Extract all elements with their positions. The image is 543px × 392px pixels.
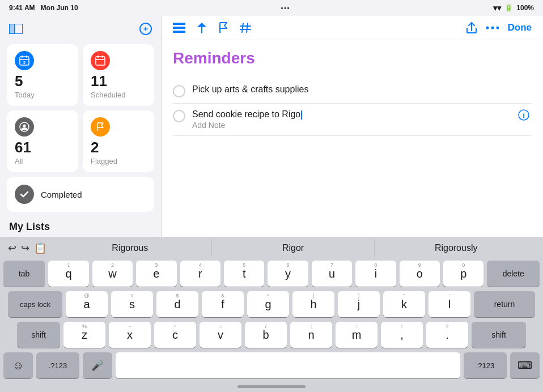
numbers-left-key[interactable]: .?123 [36,352,79,378]
redo-button[interactable]: ↪ [19,241,32,255]
sidebar-header: + [7,20,154,40]
key-y[interactable]: 6y [268,261,308,287]
key-p[interactable]: 0p [443,261,483,287]
key-b[interactable]: /b [245,322,287,348]
smart-list-flagged[interactable]: 2 Flagged [83,110,154,172]
flagged-icon [91,117,110,137]
return-key[interactable]: return [474,291,535,317]
key-a[interactable]: @a [66,291,108,317]
key-t[interactable]: 5t [224,261,264,287]
key-w[interactable]: 2w [92,261,133,287]
today-label: Today [15,91,70,99]
reminder-info-button-2[interactable]: i [516,109,532,123]
delete-key[interactable]: delete [487,261,540,287]
microphone-key[interactable]: 🎤 [83,352,112,378]
emoji-key[interactable]: ☺ [3,352,33,378]
key-g[interactable]: *g [247,291,289,317]
sidebar-toggle-button[interactable] [9,24,23,34]
reminders-title: Reminders [173,49,532,67]
done-button[interactable]: Done [508,22,532,33]
scheduled-label: Scheduled [91,91,146,99]
completed-label: Completed [41,190,82,199]
home-indicator [0,381,543,392]
caps-lock-key[interactable]: caps lock [8,291,62,317]
key-z[interactable]: %z [63,322,105,348]
key-l[interactable]: 'l [429,291,470,317]
all-label: All [15,157,70,165]
key-i[interactable]: 8i [355,261,396,287]
svg-rect-10 [96,57,105,65]
shift-left-key[interactable]: shift [17,322,60,348]
all-count: 61 [15,140,70,155]
key-v[interactable]: =v [200,322,241,348]
numbers-right-key[interactable]: .?123 [464,352,507,378]
svg-text:5: 5 [23,61,26,65]
battery-icon: 🔋 [504,4,513,12]
more-icon-button[interactable] [486,26,499,29]
today-icon: 5 [15,51,34,70]
key-h[interactable]: (h [292,291,334,317]
shift-right-key[interactable]: shift [472,322,526,348]
key-o[interactable]: 9o [400,261,440,287]
hide-keyboard-key[interactable]: ⌨ [510,352,540,378]
svg-rect-17 [173,27,185,29]
status-bar: 9:41 AM Mon Jun 10 ••• ▾▾ 🔋 100% [0,0,543,16]
suggestion-0[interactable]: Rigorous [49,240,212,257]
key-comma[interactable]: !, [381,322,423,348]
smart-list-all[interactable]: 61 All [7,110,78,172]
suggestion-2[interactable]: Rigorously [375,240,537,257]
key-r[interactable]: 4r [180,261,220,287]
suggestion-1[interactable]: Rigor [212,240,375,257]
key-f[interactable]: &f [202,291,244,317]
smart-list-today[interactable]: 5 5 Today [7,44,78,106]
smart-list-scheduled[interactable]: 11 Scheduled [83,44,154,106]
key-d[interactable]: $d [156,291,198,317]
share-icon-button[interactable] [466,22,477,34]
key-period[interactable]: ?. [426,322,468,348]
key-s[interactable]: #s [111,291,153,317]
svg-point-24 [491,27,494,29]
key-q[interactable]: 1q [48,261,88,287]
svg-text:i: i [523,111,525,120]
space-key[interactable] [116,352,460,378]
key-u[interactable]: 7u [312,261,352,287]
svg-point-25 [496,27,499,29]
status-time-date: 9:41 AM Mon Jun 10 [9,4,78,12]
svg-rect-8 [20,59,29,60]
flag-icon-button[interactable] [218,22,228,33]
svg-text:+: + [143,24,148,33]
key-n[interactable]: ;n [290,322,332,348]
clipboard-button[interactable]: 📋 [32,241,49,255]
key-k[interactable]: "k [383,291,425,317]
sidebar-more-button[interactable]: + [139,23,152,35]
undo-button[interactable]: ↩ [6,241,19,255]
reminders-content: Reminders Pick up arts & crafts supplies… [162,40,543,237]
key-c[interactable]: +c [154,322,196,348]
key-x[interactable]: -x [109,322,151,348]
key-m[interactable]: :m [336,322,377,348]
smart-list-completed[interactable]: Completed [7,177,154,212]
reminder-checkbox-2[interactable] [173,110,185,122]
keyboard-row-4: ☺ .?123 🎤 .?123 ⌨ [3,352,540,378]
status-date: Mon Jun 10 [41,4,78,12]
svg-rect-11 [97,56,99,58]
keyboard-row-2: caps lock @a #s $d &f *g (h )j "k 'l ret… [3,291,540,317]
key-e[interactable]: 3e [136,261,176,287]
scheduled-count: 11 [91,74,146,88]
toolbar-left [173,22,251,33]
scheduled-icon [91,51,110,70]
reminder-add-note[interactable]: Add Note [192,121,509,130]
key-j[interactable]: )j [338,291,380,317]
location-icon-button[interactable] [197,22,207,33]
sidebar: + 5 5 Today [0,16,162,237]
svg-rect-12 [102,56,103,58]
tab-key[interactable]: tab [3,261,45,287]
reminder-checkbox-1[interactable] [173,85,185,97]
reminder-icon-button[interactable] [173,23,185,33]
hashtag-icon-button[interactable] [240,22,251,33]
svg-rect-6 [22,56,23,58]
wifi-icon: ▾▾ [493,3,501,12]
keyboard-rows: tab 1q 2w 3e 4r 5t 6y 7u 8i 9o 0p delete… [0,258,543,381]
all-icon [15,117,34,137]
smart-lists: 5 5 Today 11 Scheduled [7,44,154,172]
